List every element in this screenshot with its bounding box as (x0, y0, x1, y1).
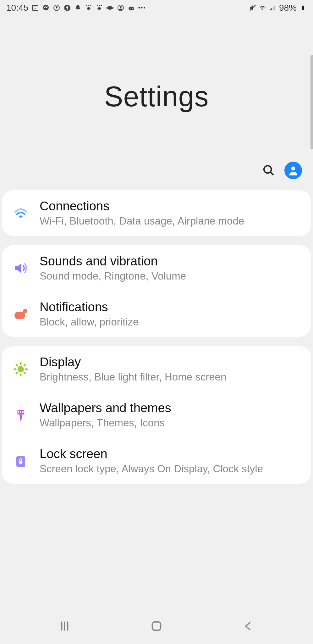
notification-badge-icon (11, 305, 30, 324)
item-wallpapers[interactable]: Wallpapers and themes Wallpapers, Themes… (2, 392, 311, 438)
account-button[interactable] (284, 162, 302, 179)
svg-rect-21 (271, 8, 272, 10)
svg-line-36 (16, 365, 17, 366)
svg-rect-11 (101, 5, 102, 6)
status-time: 10:45 (6, 3, 28, 13)
header-actions (262, 162, 302, 179)
svg-rect-42 (20, 411, 21, 413)
account-icon (287, 164, 299, 176)
item-title: Notifications (40, 300, 302, 314)
scroll-indicator[interactable] (310, 55, 313, 149)
svg-line-37 (24, 373, 25, 374)
app-icon-1 (85, 4, 92, 12)
item-subtitle: Brightness, Blue light filter, Home scre… (40, 371, 302, 383)
paintbrush-icon (11, 406, 30, 425)
svg-point-26 (264, 166, 271, 173)
search-icon (262, 164, 275, 177)
svg-rect-6 (86, 5, 87, 6)
item-display[interactable]: Display Brightness, Blue light filter, H… (2, 346, 311, 392)
item-lockscreen[interactable]: Lock screen Screen lock type, Always On … (2, 438, 311, 484)
card-sounds-notifications: Sounds and vibration Sound mode, Rington… (2, 245, 311, 337)
svg-point-17 (130, 8, 131, 9)
app-icon-2 (96, 4, 103, 12)
brightness-icon (11, 360, 30, 379)
item-subtitle: Sound mode, Ringtone, Volume (40, 270, 302, 282)
svg-rect-46 (19, 461, 23, 464)
recents-button[interactable] (55, 617, 74, 636)
page-title: Settings (104, 80, 209, 113)
speaker-icon (11, 259, 30, 278)
item-text: Notifications Block, allow, prioritize (40, 300, 302, 328)
svg-rect-7 (88, 5, 89, 6)
card-display-group: Display Brightness, Blue light filter, H… (2, 346, 311, 484)
item-connections[interactable]: Connections Wi-Fi, Bluetooth, Data usage… (2, 190, 311, 236)
svg-rect-29 (14, 312, 25, 319)
settings-list: Connections Wi-Fi, Bluetooth, Data usage… (0, 190, 313, 484)
item-text: Wallpapers and themes Wallpapers, Themes… (40, 401, 302, 429)
svg-rect-44 (20, 414, 22, 417)
svg-point-28 (291, 166, 295, 170)
card-connections: Connections Wi-Fi, Bluetooth, Data usage… (2, 190, 311, 236)
svg-rect-25 (302, 6, 304, 6)
recents-icon (59, 620, 71, 632)
item-title: Wallpapers and themes (40, 401, 302, 415)
svg-point-30 (23, 309, 27, 313)
item-title: Display (40, 355, 302, 369)
svg-rect-41 (18, 411, 19, 413)
navigation-bar (0, 608, 313, 644)
messenger-icon (42, 4, 50, 12)
item-subtitle: Wallpapers, Themes, Icons (40, 417, 302, 429)
lock-icon (11, 452, 30, 470)
message-icon (31, 4, 39, 12)
svg-rect-50 (152, 622, 161, 630)
home-button[interactable] (147, 617, 166, 636)
svg-point-12 (107, 6, 113, 10)
svg-rect-10 (99, 5, 100, 6)
signal-icon (269, 4, 277, 12)
mute-icon (249, 4, 256, 12)
svg-rect-0 (32, 5, 38, 10)
status-right: 98% (249, 3, 307, 13)
svg-rect-9 (97, 5, 98, 6)
item-subtitle: Block, allow, prioritize (40, 316, 302, 328)
svg-line-38 (16, 373, 17, 374)
svg-point-31 (18, 366, 24, 372)
back-icon (242, 620, 254, 632)
item-subtitle: Wi-Fi, Bluetooth, Data usage, Airplane m… (40, 215, 302, 227)
item-notifications[interactable]: Notifications Block, allow, prioritize (2, 291, 311, 337)
viber-icon (53, 4, 60, 12)
search-button[interactable] (262, 164, 275, 177)
svg-point-16 (129, 7, 134, 10)
header-section: Settings (0, 16, 313, 190)
item-text: Connections Wi-Fi, Bluetooth, Data usage… (40, 199, 302, 227)
back-button[interactable] (239, 617, 258, 636)
svg-rect-43 (22, 411, 24, 413)
item-text: Sounds and vibration Sound mode, Rington… (40, 254, 302, 282)
profile-circle-icon (117, 4, 124, 12)
item-title: Connections (40, 199, 302, 213)
snapchat-icon (74, 4, 82, 12)
battery-icon (299, 4, 307, 12)
item-sounds[interactable]: Sounds and vibration Sound mode, Rington… (2, 245, 311, 291)
battery-percent: 98% (279, 3, 297, 13)
svg-line-27 (270, 172, 273, 175)
svg-rect-23 (274, 6, 275, 10)
item-title: Sounds and vibration (40, 254, 302, 268)
item-subtitle: Screen lock type, Always On Display, Clo… (40, 463, 302, 475)
svg-rect-20 (270, 9, 271, 10)
home-icon (150, 620, 163, 632)
svg-rect-8 (90, 5, 91, 6)
svg-point-18 (132, 8, 133, 9)
item-text: Display Brightness, Blue light filter, H… (40, 355, 302, 383)
status-left: 10:45 (6, 3, 146, 13)
svg-point-15 (120, 6, 122, 8)
svg-line-39 (24, 365, 25, 366)
facebook-icon (63, 4, 71, 12)
item-title: Lock screen (40, 447, 302, 461)
more-icon: ••• (138, 4, 146, 12)
notification-icons: ••• (31, 4, 146, 12)
reddit-icon (128, 4, 135, 12)
svg-rect-22 (273, 7, 274, 10)
wifi-icon (259, 4, 266, 12)
wifi-icon (11, 204, 30, 223)
